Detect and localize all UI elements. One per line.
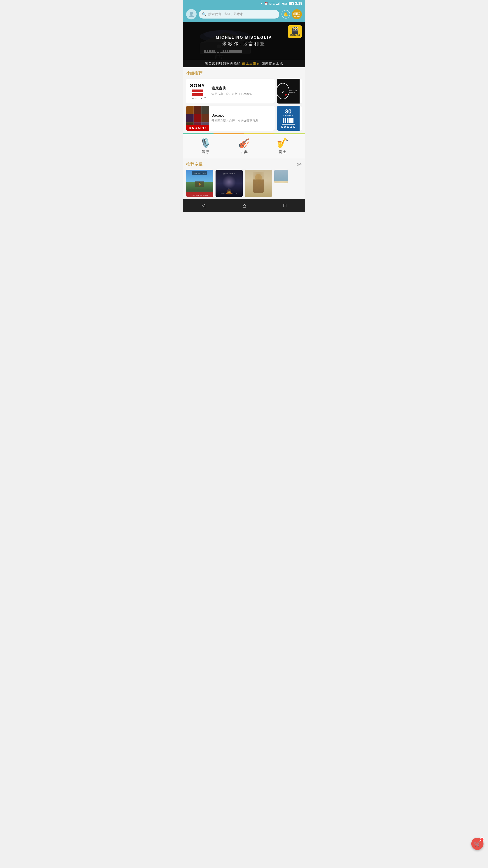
card-row-1: SONY CLASSICAL™ 索尼古典 索尼古典 - 官方正版Hi-Res音源 <box>186 79 302 103</box>
card-naxos[interactable]: 30 YEARS NAXOS <box>277 106 302 131</box>
svg-rect-2 <box>278 3 279 5</box>
genre-color-bar <box>183 133 305 134</box>
recommend-header: 推荐专辑 多> <box>186 162 302 167</box>
genre-item-jazz[interactable]: 🎷 爵士 <box>277 138 289 154</box>
banner-artist-zh: 米歇尔·比塞利亚 <box>222 41 266 47</box>
svg-rect-15 <box>224 50 225 52</box>
home-button[interactable]: ⌂ <box>236 201 253 211</box>
svg-point-4 <box>190 12 193 15</box>
svg-rect-10 <box>212 50 213 52</box>
recents-button[interactable]: □ <box>276 201 293 210</box>
banner-footer: 来自比利时的欧洲顶级 爵士三重奏 国内首发上线 <box>183 60 305 67</box>
svg-rect-1 <box>277 4 278 5</box>
user-icon <box>188 11 195 18</box>
svg-rect-8 <box>206 50 207 52</box>
bluetooth-icon: ✦ <box>260 2 263 5</box>
svg-rect-17 <box>228 50 229 52</box>
card-meister[interactable]: ♪ MEISTER MUSIC <box>277 79 302 103</box>
hires-badge[interactable]: Hi-Res Hi·Res AUDIO <box>292 9 302 19</box>
film-icon: 🎬 <box>291 27 299 33</box>
svg-point-18 <box>217 44 221 49</box>
video-badge[interactable]: 🎬 专辑附送视频 <box>288 25 302 38</box>
recommend-more-button[interactable]: 多> <box>297 162 302 166</box>
genre-bar-1 <box>183 133 214 134</box>
album-item-1[interactable]: LIVING STEREO 🧍 DEATH AND THE MAIDEN <box>186 170 213 197</box>
meister-circle: ♪ <box>277 83 289 99</box>
search-placeholder: 搜索歌曲、专辑、艺术家 <box>208 12 243 16</box>
svg-line-21 <box>216 52 217 57</box>
genre-label-pop: 流行 <box>202 150 209 154</box>
microphone-icon: 🎙️ <box>199 138 211 148</box>
album-item-4[interactable]: The... <box>274 170 288 197</box>
svg-line-24 <box>215 56 216 59</box>
naxos-pillars <box>283 118 293 123</box>
banner-footer-prefix: 来自比利时的欧洲顶级 <box>205 61 241 65</box>
section-title-picks: 小编推荐 <box>186 70 302 76</box>
status-bar: ✦ ⏰ LTE 76% 3:19 <box>183 0 305 7</box>
search-bar[interactable]: 🔍 搜索歌曲、专辑、艺术家 <box>199 10 279 19</box>
meister-dot <box>285 94 287 96</box>
card-sony[interactable]: SONY CLASSICAL™ 索尼古典 索尼古典 - 官方正版Hi-Res音源 <box>186 79 275 103</box>
banner-content: 🎬 专辑附送视频 MICHELINO BISCEGLIA 米歇尔·比塞利亚 <box>183 22 305 60</box>
dacapo-label-text: DACAPO <box>186 125 209 131</box>
album-item-3[interactable] <box>245 170 272 197</box>
genre-item-classical[interactable]: 🎻 古典 <box>238 138 250 154</box>
naxos-label-text: NAXOS <box>281 125 296 129</box>
sony-card-info: 索尼古典 索尼古典 - 官方正版Hi-Res音源 <box>209 84 275 98</box>
svg-rect-0 <box>276 4 277 5</box>
naxos-logo: 30 YEARS NAXOS <box>277 106 300 131</box>
dacapo-card-name: Dacapo <box>212 114 272 118</box>
sonar-figure-icon: 🙇 <box>226 188 232 195</box>
search-icon: 🔍 <box>202 12 206 17</box>
banner: 🎬 专辑附送视频 MICHELINO BISCEGLIA 米歇尔·比塞利亚 <box>183 22 305 67</box>
battery-icon <box>289 2 294 5</box>
sony-classical-text: CLASSICAL™ <box>189 97 206 99</box>
dacapo-card-info: Dacapo 丹麦国立唱片品牌 - Hi-Res独家首发 <box>209 111 275 125</box>
card-dacapo[interactable]: DACAPO Dacapo 丹麦国立唱片品牌 - Hi-Res独家首发 <box>186 106 275 131</box>
time-display: 3:19 <box>295 2 302 6</box>
album-cover-4: The... <box>274 170 288 183</box>
genre-item-pop[interactable]: 🎙️ 流行 <box>199 138 211 154</box>
recommend-section: 推荐专辑 多> LIVING STEREO <box>183 158 305 199</box>
sony-card-desc: 索尼古典 - 官方正版Hi-Res音源 <box>212 92 272 96</box>
signal-icon <box>276 2 280 5</box>
status-icons: ✦ ⏰ LTE 76% 3:19 <box>260 2 302 6</box>
sony-card-name: 索尼古典 <box>212 86 272 91</box>
meister-text: MEISTER MUSIC <box>289 90 300 93</box>
naxos-years-text: YEARS <box>283 114 293 117</box>
genre-items: 🎙️ 流行 🎻 古典 🎷 爵士 <box>186 138 302 154</box>
home-icon: ⌂ <box>242 202 246 209</box>
back-button[interactable]: ◁ <box>195 201 212 210</box>
bell-icon: 🔔 <box>283 12 288 17</box>
album-item-2[interactable]: 🙇 都市SONAR SPECIAL EDITION <box>216 170 242 197</box>
nav-bar: ◁ ⌂ □ <box>183 199 305 212</box>
dacapo-logo: DACAPO <box>186 106 209 131</box>
meister-note-icon: ♪ <box>282 88 285 95</box>
meister-logo: ♪ MEISTER MUSIC <box>277 79 300 103</box>
svg-rect-3 <box>279 2 280 5</box>
hires-mid-text: Hi·Res <box>293 13 300 16</box>
genre-bar-2 <box>214 133 244 134</box>
editor-picks-section: 小编推荐 SONY CLASSICAL™ <box>183 67 305 133</box>
album-cover-2: 🙇 都市SONAR SPECIAL EDITION <box>216 170 242 197</box>
violin-icon: 🎻 <box>238 138 250 148</box>
album-cover-1: LIVING STEREO 🧍 DEATH AND THE MAIDEN <box>186 170 213 197</box>
dacapo-card-desc: 丹麦国立唱片品牌 - Hi-Res独家首发 <box>212 119 272 123</box>
app-header: 🔍 搜索歌曲、专辑、艺术家 🔔 Hi-Res Hi·Res AUDIO <box>183 7 305 22</box>
cards-grid: SONY CLASSICAL™ 索尼古典 索尼古典 - 官方正版Hi-Res音源 <box>186 79 302 131</box>
albums-row: LIVING STEREO 🧍 DEATH AND THE MAIDEN <box>186 170 302 197</box>
genre-section: 🎙️ 流行 🎻 古典 🎷 爵士 <box>183 134 305 158</box>
alarm-icon: ⏰ <box>264 2 268 5</box>
notification-button[interactable]: 🔔 <box>282 10 290 19</box>
album-cover-3 <box>245 170 272 197</box>
svg-line-20 <box>216 51 222 51</box>
svg-rect-23 <box>215 55 223 56</box>
sony-text: SONY <box>190 83 205 89</box>
banner-footer-highlight: 爵士三重奏 <box>242 61 260 65</box>
banner-artist-en: MICHELINO BISCEGLIA <box>216 35 272 40</box>
card-row-2: DACAPO Dacapo 丹麦国立唱片品牌 - Hi-Res独家首发 30 Y… <box>186 106 302 131</box>
genre-bar-4 <box>274 133 305 134</box>
avatar[interactable] <box>186 9 197 20</box>
svg-rect-16 <box>226 50 227 52</box>
banner-footer-suffix-text: 国内首发上线 <box>262 61 283 65</box>
